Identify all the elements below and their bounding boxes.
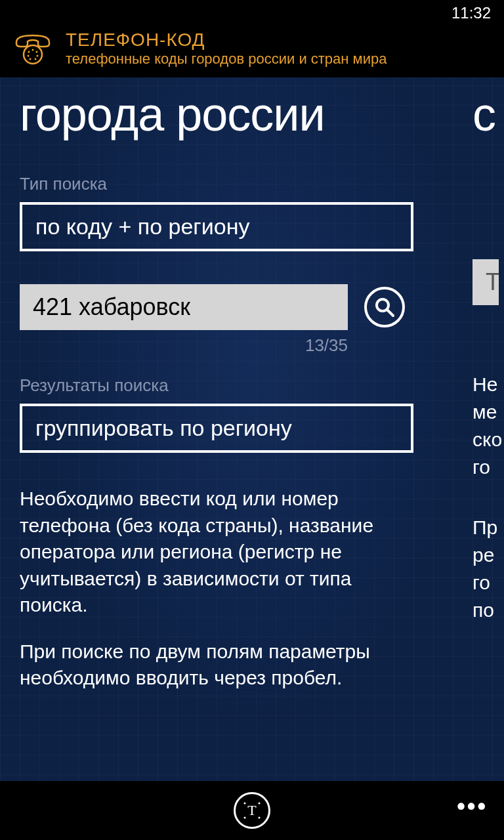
next-input[interactable]: Те [472,259,499,305]
app-header: ТЕЛЕФОН-КОД телефонные коды городов росс… [0,26,504,77]
svg-text:T: T [247,802,257,818]
svg-line-9 [387,310,393,316]
svg-point-5 [30,58,32,60]
help-text-1: Необходимо ввести код или номер телефона… [20,486,413,619]
app-bar: T ••• [0,781,504,840]
svg-point-11 [244,803,246,805]
appbar-more-button[interactable]: ••• [457,793,488,820]
page-cities-russia[interactable]: города россии Тип поиска по коду + по ре… [0,77,453,793]
appbar-keyboard-button[interactable]: T [234,792,270,829]
svg-point-13 [244,817,246,819]
svg-point-7 [28,51,30,53]
next-page-title: с [472,87,486,141]
svg-point-0 [24,45,42,64]
app-subtitle: телефонные коды городов россии и стран м… [66,51,491,68]
phone-icon [13,32,52,65]
svg-point-2 [36,51,38,53]
results-label: Результаты поиска [20,375,433,396]
app-title: ТЕЛЕФОН-КОД [66,30,491,51]
page-next-partial[interactable]: с Те Не ме ско го Пр ре го по [453,77,504,793]
next-help-text: Не ме ско го Пр ре го по [472,371,486,624]
search-type-select[interactable]: по коду + по региону [20,202,413,251]
results-grouping-select[interactable]: группировать по региону [20,404,413,453]
help-text-2: При поиске по двум полям параметры необх… [20,639,413,692]
svg-point-6 [28,55,30,57]
svg-point-3 [37,55,39,57]
svg-point-4 [35,58,37,60]
svg-point-1 [32,49,34,51]
text-icon: T [242,801,262,820]
status-time: 11:32 [452,4,491,22]
search-type-label: Тип поиска [20,174,433,194]
char-counter: 13/35 [20,335,348,356]
page-title: города россии [20,87,433,141]
search-icon [373,296,396,318]
status-bar: 11:32 [0,0,504,26]
search-input[interactable] [20,284,348,330]
search-button[interactable] [364,287,405,327]
svg-point-14 [259,817,261,819]
svg-point-12 [259,803,261,805]
